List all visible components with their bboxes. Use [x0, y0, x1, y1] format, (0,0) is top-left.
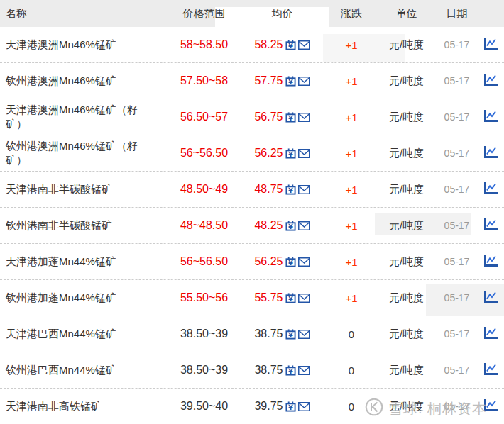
avg-price: 57.75 — [254, 74, 283, 87]
yuan-price-tag-icon[interactable]: ¥ — [285, 184, 296, 195]
envelope-icon[interactable] — [298, 330, 310, 339]
line-chart-icon[interactable] — [483, 255, 498, 267]
product-name: 钦州港巴西Mn44%锰矿 — [0, 363, 170, 377]
envelope-icon[interactable] — [298, 185, 310, 194]
product-name: 钦州港澳洲Mn46%锰矿（籽矿） — [0, 139, 170, 167]
svg-text:¥: ¥ — [288, 403, 293, 411]
price-range: 55.50~56 — [170, 291, 238, 304]
chart-cell — [477, 327, 504, 342]
yuan-price-tag-icon[interactable]: ¥ — [285, 112, 296, 123]
envelope-icon[interactable] — [298, 402, 310, 411]
price-range: 56.50~57 — [170, 111, 238, 123]
yuan-price-tag-icon[interactable]: ¥ — [285, 257, 296, 267]
chart-cell — [477, 218, 504, 233]
date: 05-17 — [437, 111, 477, 123]
date: 05-17 — [437, 401, 477, 412]
price-range: 48~48.50 — [170, 219, 238, 232]
envelope-icon[interactable] — [298, 40, 310, 50]
envelope-icon[interactable] — [298, 294, 310, 303]
svg-text:¥: ¥ — [288, 259, 293, 267]
envelope-icon[interactable] — [298, 77, 310, 86]
avg-price: 56.25 — [254, 255, 283, 268]
unit: 元/吨度 — [376, 111, 437, 124]
yuan-price-tag-icon[interactable]: ¥ — [285, 401, 296, 412]
table-row: 钦州港加蓬Mn44%锰矿 55.50~56 55.75 ¥ +1 元/吨度 0 — [0, 280, 504, 316]
price-range: 48.50~49 — [170, 183, 238, 196]
svg-text:¥: ¥ — [288, 42, 293, 50]
line-chart-icon[interactable] — [483, 182, 498, 195]
date: 05-17 — [437, 147, 477, 159]
svg-text:¥: ¥ — [288, 295, 293, 303]
date: 05-17 — [437, 364, 477, 376]
price-change: 0 — [327, 328, 376, 340]
unit: 元/吨度 — [376, 255, 437, 269]
price-change: +1 — [327, 147, 376, 160]
table-row: 钦州港澳洲Mn46%锰矿 57.50~58 57.75 ¥ +1 元/吨度 0 — [0, 63, 504, 99]
line-chart-icon[interactable] — [483, 399, 498, 412]
price-range: 56~56.50 — [170, 147, 238, 160]
avg-price: 56.25 — [254, 147, 283, 160]
line-chart-icon[interactable] — [483, 110, 498, 123]
date: 05-17 — [437, 292, 477, 303]
product-name: 钦州港澳洲Mn46%锰矿 — [0, 74, 170, 88]
yuan-price-tag-icon[interactable]: ¥ — [285, 221, 296, 231]
date: 05-17 — [437, 75, 477, 87]
chart-cell — [477, 363, 504, 378]
price-change: +1 — [327, 292, 376, 304]
price-range: 39.50~40 — [170, 400, 238, 413]
date: 05-17 — [437, 256, 477, 267]
unit: 元/吨度 — [376, 219, 437, 233]
yuan-price-tag-icon[interactable]: ¥ — [285, 76, 296, 87]
line-chart-icon[interactable] — [483, 218, 498, 231]
table-row: 天津港南非高铁锰矿 39.50~40 39.75 ¥ 0 元/吨度 05-17 — [0, 389, 504, 424]
header-price-range: 价格范围 — [170, 7, 238, 21]
product-name: 天津港澳洲Mn46%锰矿 — [0, 38, 170, 52]
avg-price: 39.75 — [254, 400, 283, 413]
svg-text:¥: ¥ — [288, 331, 293, 339]
avg-price-cell: 57.75 ¥ — [238, 74, 327, 87]
unit: 元/吨度 — [376, 400, 437, 413]
date: 05-17 — [437, 39, 477, 50]
yuan-price-tag-icon[interactable]: ¥ — [285, 293, 296, 303]
line-chart-icon[interactable] — [483, 74, 498, 87]
avg-price-cell: 56.25 ¥ — [238, 255, 327, 268]
header-date: 日期 — [437, 7, 477, 21]
product-name: 天津港南非半碳酸锰矿 — [0, 182, 170, 196]
svg-text:¥: ¥ — [288, 78, 293, 86]
price-range: 38.50~39 — [170, 364, 238, 376]
date: 05-17 — [437, 328, 477, 340]
table-row: 天津港南非半碳酸锰矿 48.50~49 48.75 ¥ +1 元/吨度 05- — [0, 172, 504, 208]
chart-cell — [477, 146, 504, 161]
avg-price: 38.75 — [254, 328, 283, 340]
envelope-icon[interactable] — [298, 366, 310, 375]
table-row: 天津港澳洲Mn46%锰矿（籽矿） 56.50~57 56.75 ¥ +1 元/吨… — [0, 99, 504, 135]
envelope-icon[interactable] — [298, 257, 310, 267]
line-chart-icon[interactable] — [483, 363, 498, 376]
table-body: 天津港澳洲Mn46%锰矿 58~58.50 58.25 ¥ +1 元/吨度 0 — [0, 27, 504, 424]
avg-price-cell: 38.75 ¥ — [238, 364, 327, 376]
envelope-icon[interactable] — [298, 113, 310, 122]
line-chart-icon[interactable] — [483, 327, 498, 340]
yuan-price-tag-icon[interactable]: ¥ — [285, 148, 296, 159]
price-change: +1 — [327, 256, 376, 268]
envelope-icon[interactable] — [298, 149, 310, 158]
chart-cell — [477, 255, 504, 269]
yuan-price-tag-icon[interactable]: ¥ — [285, 365, 296, 376]
avg-price-cell: 38.75 ¥ — [238, 328, 327, 340]
price-range: 38.50~39 — [170, 328, 238, 340]
svg-text:¥: ¥ — [288, 150, 293, 158]
line-chart-icon[interactable] — [483, 38, 498, 50]
unit: 元/吨度 — [376, 291, 437, 305]
price-change: 0 — [327, 401, 376, 413]
price-change: 0 — [327, 364, 376, 376]
svg-text:¥: ¥ — [288, 186, 293, 194]
price-change: +1 — [327, 220, 376, 232]
svg-text:¥: ¥ — [288, 114, 293, 122]
avg-price: 55.75 — [254, 291, 283, 304]
yuan-price-tag-icon[interactable]: ¥ — [285, 329, 296, 340]
yuan-price-tag-icon[interactable]: ¥ — [285, 40, 296, 50]
line-chart-icon[interactable] — [483, 146, 498, 159]
unit: 元/吨度 — [376, 147, 437, 160]
envelope-icon[interactable] — [298, 221, 310, 230]
line-chart-icon[interactable] — [483, 291, 498, 303]
